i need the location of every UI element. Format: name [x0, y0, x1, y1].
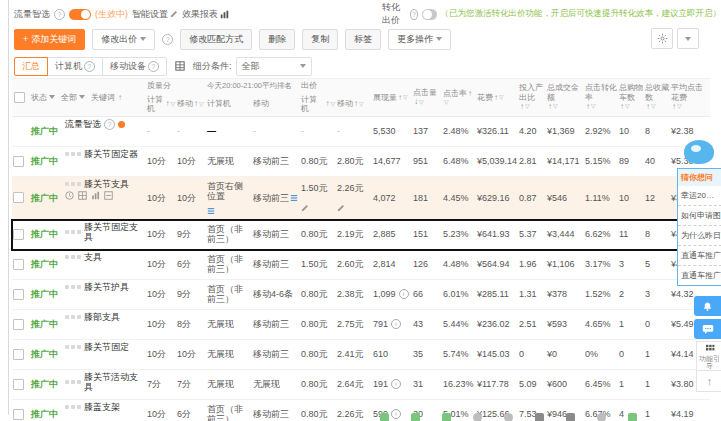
service-mascot-icon[interactable] [684, 136, 716, 166]
cell-keyword: 膝关节活动支具 [64, 370, 146, 399]
faq-item-1[interactable]: 如何申请图片功能 [678, 206, 721, 226]
row-checkbox[interactable] [13, 319, 24, 330]
report-link[interactable]: 效果报表 [182, 8, 229, 21]
rank-trend-icon[interactable] [207, 207, 215, 215]
taskbar-icon[interactable] [504, 413, 513, 421]
more-actions-dropdown[interactable]: 更多操作 [388, 29, 451, 50]
bid-pc-sort[interactable]: 计算机↑▽ [300, 93, 336, 116]
copy-button[interactable]: 复制 [302, 29, 338, 50]
cell-bid-mobile-value: 2.38元 [337, 289, 364, 299]
faq-item-2[interactable]: 为什么昨日顶部… [678, 226, 721, 246]
row-checkbox[interactable] [13, 192, 24, 203]
cell-carts-value: 10 [619, 126, 629, 136]
conversion-bid-toggle[interactable] [422, 9, 437, 20]
device-tab-2[interactable]: 移动设备? [102, 57, 167, 76]
feature-guide-button[interactable]: 功能引导 [696, 341, 721, 373]
cell-carts: 1 [618, 310, 644, 339]
keyword-hover-actions [65, 191, 113, 200]
grid-icon[interactable] [78, 191, 87, 200]
keyword-sort[interactable]: 关键词↑ [91, 93, 122, 103]
info-icon[interactable]: ? [162, 34, 173, 45]
taskbar-icon[interactable] [597, 413, 606, 421]
cell-favorites-value: 12 [645, 193, 655, 203]
data-note-icon[interactable]: i [391, 379, 401, 389]
row-checkbox[interactable] [13, 156, 24, 167]
rank-trend-icon[interactable] [290, 194, 298, 202]
data-note-icon[interactable]: i [399, 289, 409, 299]
taskbar-icon[interactable] [411, 413, 420, 421]
clicks-sort[interactable]: 点击量↓▽ [412, 79, 442, 116]
row-checkbox[interactable] [13, 229, 24, 240]
row-checkbox[interactable] [13, 289, 24, 300]
add-keyword-button[interactable]: +添加关键词 [14, 29, 85, 50]
select-all-checkbox[interactable] [14, 92, 25, 103]
cell-gmv-value: ¥1,106 [547, 259, 575, 269]
chat-button[interactable] [694, 319, 721, 339]
notification-button[interactable] [694, 296, 721, 316]
tag-button[interactable]: 标签 [345, 29, 381, 50]
row-checkbox[interactable] [13, 259, 24, 270]
taskbar-icon[interactable] [442, 413, 451, 421]
row-checkbox[interactable] [13, 349, 24, 360]
data-note-icon[interactable]: i [391, 319, 401, 329]
taskbar-icon[interactable] [535, 413, 544, 421]
smart-flow-toggle[interactable] [69, 9, 91, 20]
roi-sort[interactable]: 投入产出比↑▽ [518, 79, 546, 116]
info-icon[interactable]: ? [410, 9, 418, 20]
quality-pc-sort[interactable]: 计算机↑▽ [146, 93, 176, 116]
history-icon[interactable] [65, 191, 74, 200]
modify-match-button[interactable]: 修改匹配方式 [180, 29, 252, 50]
cell-impressions: 791i [372, 310, 412, 339]
cvr-sort[interactable]: 点击转化率↑▽ [584, 79, 618, 116]
info-icon[interactable]: ? [54, 9, 65, 20]
cell-rank-pc: 无展现 [206, 310, 252, 339]
bar-chart-icon[interactable] [91, 191, 100, 200]
row-checkbox[interactable] [13, 379, 24, 390]
back-to-top-button[interactable]: ↑ [696, 370, 721, 392]
keyword-manager-screen: 流量智选 ? (生效中) 智能设置 效果报表 转化出价 ? （已为您激活转化出价… [0, 0, 721, 421]
filter-select[interactable]: 全部 [236, 57, 312, 76]
pencil-icon[interactable] [337, 204, 345, 212]
ctr-sort[interactable]: 点击率↑▽ [442, 79, 476, 116]
carts-sort[interactable]: 总购物车数↑▽ [618, 79, 644, 116]
quality-mobile-sort[interactable]: 移动↑▽ [176, 93, 206, 116]
modify-bid-dropdown[interactable]: 修改出价 [92, 29, 155, 50]
device-tab-0[interactable]: 汇总 [14, 57, 48, 76]
status-filter[interactable]: 状态 [31, 93, 55, 103]
faq-header: 猜你想问 [678, 169, 721, 186]
taskbar-icon[interactable] [473, 413, 482, 421]
cpc-sort[interactable]: 平均点击花费↑▽ [670, 79, 710, 116]
settings-button[interactable] [651, 28, 673, 49]
scope-filter[interactable]: 全部 [61, 93, 85, 103]
cell-avg-cpc-value: ¥5.49 [671, 319, 694, 329]
faq-item-4[interactable]: 直通车推广计划 [678, 266, 721, 285]
cell-bid-mobile-value: 2.41元 [337, 349, 364, 359]
row-checkbox-cell [12, 370, 30, 399]
spend-sort[interactable]: 花费↑▽ [476, 79, 518, 116]
chevron-down-icon [436, 37, 442, 41]
cell-rank-pc: 无展现 [206, 147, 252, 176]
cell-ctr-value: 2.48% [443, 126, 469, 136]
taskbar-icon[interactable] [566, 413, 575, 421]
cell-clicks-value: 126 [413, 259, 428, 269]
delete-button[interactable]: 删除 [259, 29, 295, 50]
imp-sort[interactable]: 展现量↑▽ [372, 79, 412, 116]
pencil-icon[interactable] [301, 204, 309, 212]
cell-spend-value: ¥564.94 [477, 259, 510, 269]
taskbar-icon[interactable] [380, 413, 389, 421]
bid-mobile-sort[interactable]: 移动↑▽ [336, 93, 372, 116]
gmv-sort[interactable]: 总成交金额↑▽ [546, 79, 584, 116]
minus-square-icon[interactable] [104, 191, 113, 200]
faq-item-0[interactable]: 幸运20… [678, 186, 721, 206]
faq-item-3[interactable]: 直通车推广… [678, 246, 721, 266]
favs-sort[interactable]: 总收藏数↑▽ [644, 79, 670, 116]
info-icon[interactable]: ? [104, 119, 115, 130]
smart-setting-link[interactable]: 智能设置 [132, 8, 178, 21]
taskbar-icon[interactable] [628, 413, 637, 421]
cell-quality-pc-value: 10分 [147, 259, 166, 269]
device-tab-1[interactable]: 计算机? [47, 57, 103, 76]
collapse-button[interactable] [677, 28, 699, 49]
row-checkbox[interactable] [13, 409, 24, 420]
cell-carts: 11 [618, 220, 644, 249]
cell-status: 推广中 [30, 117, 64, 146]
